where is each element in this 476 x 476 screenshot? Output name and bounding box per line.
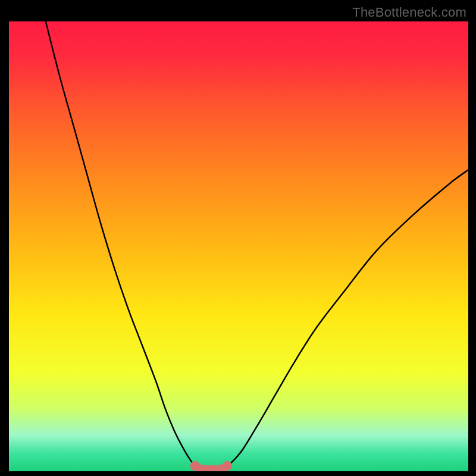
plot-area: [9, 21, 468, 471]
highlight-dot-left: [190, 461, 200, 471]
bottom-highlight: [195, 466, 227, 469]
gradient-background: [9, 21, 468, 471]
watermark-text: TheBottleneck.com: [352, 5, 466, 20]
highlight-dot-right: [223, 461, 232, 471]
